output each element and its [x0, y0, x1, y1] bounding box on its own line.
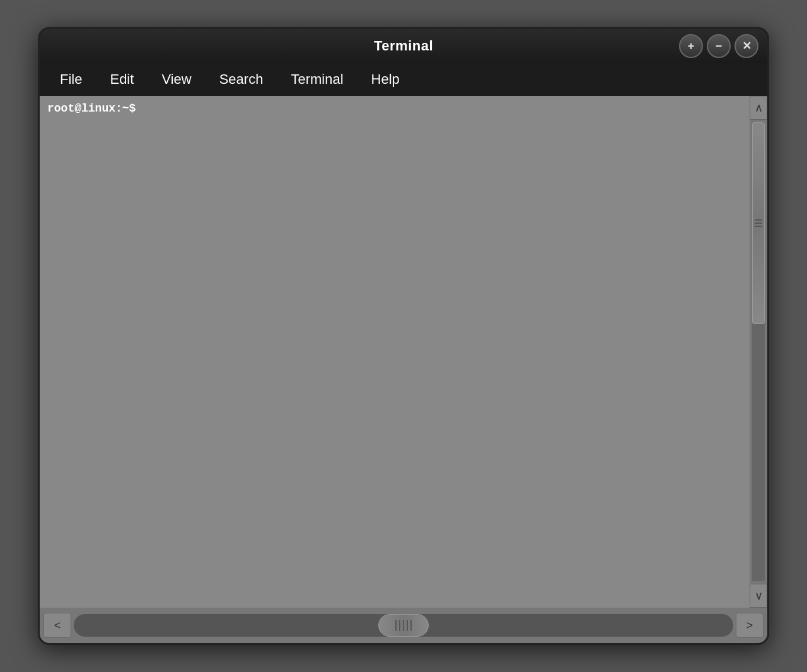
scroll-right-icon: > — [746, 619, 753, 632]
grip-col-5 — [410, 620, 412, 631]
scroll-left-icon: < — [54, 619, 61, 632]
window-title: Terminal — [374, 38, 433, 54]
scroll-grip-horizontal — [395, 620, 412, 631]
menu-help[interactable]: Help — [357, 67, 414, 91]
grip-col-2 — [399, 620, 400, 631]
grip-col-3 — [403, 620, 404, 631]
scroll-up-icon: ∧ — [755, 101, 763, 115]
grip-col-4 — [407, 620, 408, 631]
titlebar: Terminal + − ✕ — [40, 29, 767, 63]
minimize-button[interactable]: − — [707, 34, 731, 58]
scroll-down-icon: ∨ — [755, 589, 763, 603]
close-button[interactable]: ✕ — [734, 34, 758, 58]
scroll-down-button[interactable]: ∨ — [750, 584, 767, 608]
menubar: File Edit View Search Terminal Help — [40, 63, 767, 96]
scroll-thumb-vertical[interactable] — [752, 122, 765, 324]
window-controls: + − ✕ — [679, 34, 758, 58]
terminal-window: Terminal + − ✕ File Edit View Search Ter… — [38, 27, 769, 645]
scroll-left-button[interactable]: < — [44, 613, 71, 638]
main-area: root@linux:~$ ∧ ∨ — [40, 96, 767, 608]
menu-edit[interactable]: Edit — [96, 67, 148, 91]
menu-view[interactable]: View — [148, 67, 205, 91]
menu-terminal[interactable]: Terminal — [277, 67, 357, 91]
terminal-content[interactable]: root@linux:~$ — [40, 96, 750, 608]
grip-line-2 — [755, 223, 762, 224]
horizontal-scrollbar: < > — [40, 608, 767, 643]
grip-col-1 — [395, 620, 397, 631]
add-tab-button[interactable]: + — [679, 34, 703, 58]
scroll-track-vertical[interactable] — [752, 122, 765, 581]
menu-search[interactable]: Search — [206, 67, 277, 91]
terminal-prompt: root@linux:~$ — [47, 102, 136, 115]
scroll-right-button[interactable]: > — [736, 613, 763, 638]
grip-line-1 — [755, 219, 762, 221]
scroll-thumb-horizontal[interactable] — [378, 614, 429, 637]
scroll-grip-vertical — [755, 219, 762, 227]
menu-file[interactable]: File — [46, 67, 96, 91]
vertical-scrollbar: ∧ ∨ — [750, 96, 767, 608]
scroll-track-horizontal[interactable] — [74, 614, 733, 637]
scroll-up-button[interactable]: ∧ — [750, 96, 767, 120]
grip-line-3 — [755, 226, 762, 227]
